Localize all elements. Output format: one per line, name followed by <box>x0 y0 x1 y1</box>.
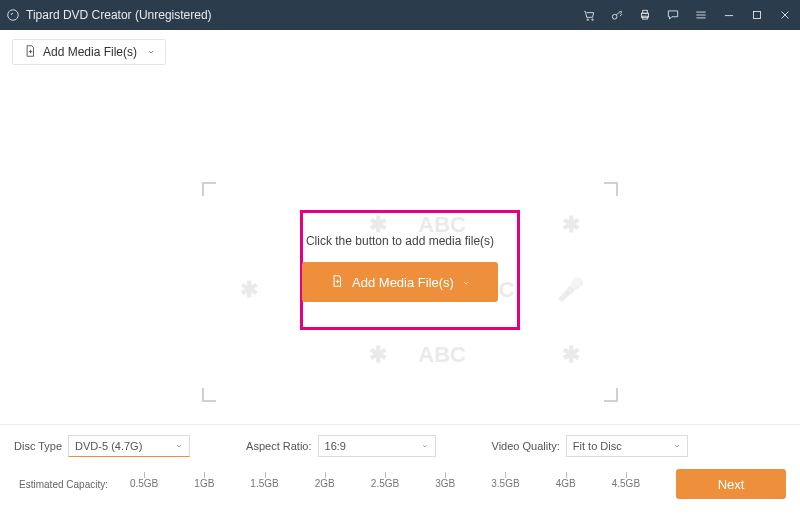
chevron-down-icon <box>421 440 429 452</box>
ruler-tick-label: 1.5GB <box>250 478 278 489</box>
chevron-down-icon <box>147 45 155 59</box>
watermark-icon: ✱ <box>562 342 580 368</box>
next-button[interactable]: Next <box>676 469 786 499</box>
aspect-ratio-value: 16:9 <box>325 440 346 452</box>
svg-point-0 <box>8 10 19 21</box>
add-media-button-toolbar[interactable]: Add Media File(s) <box>12 39 166 65</box>
svg-point-2 <box>592 19 594 21</box>
capacity-row: Estimated Capacity: 0.5GB1GB1.5GB2GB2.5G… <box>14 469 786 499</box>
watermark-icon: ABC <box>418 342 466 368</box>
empty-state-message: Click the button to add media file(s) <box>270 234 530 248</box>
titlebar: Tipard DVD Creator (Unregistered) <box>0 0 800 30</box>
empty-state: Click the button to add media file(s) Ad… <box>270 234 530 302</box>
watermark-icon: ✱ <box>369 342 387 368</box>
bottom-panel: Disc Type DVD-5 (4.7G) Aspect Ratio: 16:… <box>0 424 800 514</box>
add-media-icon <box>23 44 37 61</box>
ruler-tick-label: 3GB <box>435 478 455 489</box>
print-icon[interactable] <box>638 8 652 22</box>
settings-row: Disc Type DVD-5 (4.7G) Aspect Ratio: 16:… <box>14 435 786 457</box>
disc-type-value: DVD-5 (4.7G) <box>75 440 142 452</box>
chevron-down-icon <box>175 440 183 452</box>
add-media-icon <box>330 274 344 291</box>
disc-type-select[interactable]: DVD-5 (4.7G) <box>68 435 190 457</box>
chevron-down-icon <box>673 440 681 452</box>
aspect-ratio-label: Aspect Ratio: <box>246 440 311 452</box>
ruler-tick-label: 4.5GB <box>612 478 640 489</box>
ruler-tick-label: 4GB <box>556 478 576 489</box>
ruler-tick-label: 2.5GB <box>371 478 399 489</box>
add-media-label: Add Media File(s) <box>43 45 137 59</box>
video-quality-label: Video Quality: <box>492 440 560 452</box>
chevron-down-icon <box>462 275 470 290</box>
video-quality-select[interactable]: Fit to Disc <box>566 435 688 457</box>
cart-icon[interactable] <box>582 8 596 22</box>
key-icon[interactable] <box>610 8 624 22</box>
ruler-tick-label: 2GB <box>315 478 335 489</box>
chat-icon[interactable] <box>666 8 680 22</box>
ruler-tick-label: 0.5GB <box>130 478 158 489</box>
crop-corner-bl <box>202 388 216 402</box>
minimize-icon[interactable] <box>722 8 736 22</box>
close-icon[interactable] <box>778 8 792 22</box>
video-quality-field: Video Quality: Fit to Disc <box>492 435 688 457</box>
ruler-tick-label: 3.5GB <box>491 478 519 489</box>
disc-type-field: Disc Type DVD-5 (4.7G) <box>14 435 190 457</box>
add-media-button-main[interactable]: Add Media File(s) <box>302 262 498 302</box>
add-media-label: Add Media File(s) <box>352 275 454 290</box>
capacity-ruler: 0.5GB1GB1.5GB2GB2.5GB3GB3.5GB4GB4.5GB <box>114 472 656 496</box>
crop-corner-tr <box>604 182 618 196</box>
watermark-icon: ✱ <box>562 212 580 238</box>
svg-rect-5 <box>643 10 648 13</box>
app-logo-icon <box>6 8 20 22</box>
crop-corner-tl <box>202 182 216 196</box>
svg-rect-7 <box>754 12 761 19</box>
menu-icon[interactable] <box>694 8 708 22</box>
watermark-icon: ✱ <box>240 277 258 303</box>
crop-corner-br <box>604 388 618 402</box>
aspect-ratio-field: Aspect Ratio: 16:9 <box>246 435 435 457</box>
toolbar: Add Media File(s) <box>0 30 800 74</box>
aspect-ratio-select[interactable]: 16:9 <box>318 435 436 457</box>
main-canvas: ✱ABC✱✱AC🎤✱ABC✱ Click the button to add m… <box>12 82 788 412</box>
svg-point-1 <box>587 19 589 21</box>
disc-type-label: Disc Type <box>14 440 62 452</box>
ruler-tick-label: 1GB <box>194 478 214 489</box>
svg-point-3 <box>612 14 617 19</box>
maximize-icon[interactable] <box>750 8 764 22</box>
video-quality-value: Fit to Disc <box>573 440 622 452</box>
app-title: Tipard DVD Creator (Unregistered) <box>26 8 212 22</box>
capacity-label: Estimated Capacity: <box>14 479 114 490</box>
watermark-icon: 🎤 <box>557 277 584 303</box>
titlebar-actions <box>582 8 792 22</box>
